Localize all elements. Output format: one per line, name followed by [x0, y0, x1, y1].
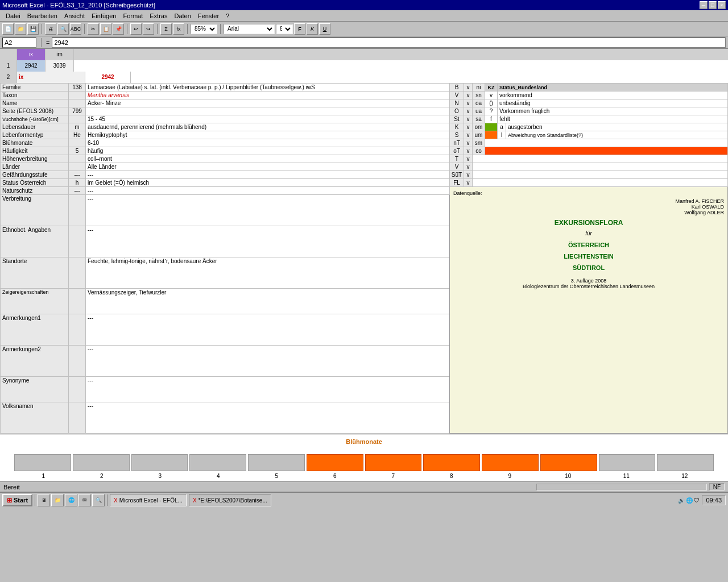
- chart-area: Blühmonate 1 2 3 4 5 6 7 8 9 10: [0, 434, 728, 481]
- bar-9: [482, 454, 539, 471]
- axis-12: 12: [656, 473, 714, 479]
- code-oT: oT: [450, 147, 464, 155]
- label-vuchs: Vuchshöhe (-Größe)[cm]: [1, 115, 69, 123]
- sum-button[interactable]: Σ: [160, 23, 172, 35]
- menu-datei[interactable]: Datei: [2, 12, 24, 20]
- num-bluhmon: [69, 139, 86, 147]
- val-status: im Gebiet (=Ö) heimisch: [86, 179, 450, 187]
- taskbar: ⊞ Start 🖥 📁 🌐 ✉ 🔍 X Microsoft Excel - EF…: [0, 492, 728, 508]
- status-bar: Bereit NF: [0, 481, 728, 492]
- sm-K: om: [473, 123, 485, 131]
- italic-button[interactable]: K: [307, 23, 318, 35]
- menu-einfuegen[interactable]: Einfügen: [88, 12, 119, 20]
- v-N: v: [464, 99, 473, 107]
- cut-button[interactable]: ✂: [88, 23, 99, 35]
- menu-bearbeiten[interactable]: Bearbeiten: [24, 12, 61, 20]
- nf-badge: NF: [709, 483, 725, 490]
- val-volk: ---: [86, 402, 450, 434]
- copy-button[interactable]: 📋: [100, 23, 111, 35]
- bar-7: [365, 454, 422, 471]
- bold-button[interactable]: F: [294, 23, 305, 35]
- desc-O: Vorkommen fraglich: [498, 107, 728, 115]
- fx-button[interactable]: fx: [173, 23, 184, 35]
- v-FL: v: [464, 179, 473, 187]
- spell-button[interactable]: ABC: [70, 23, 81, 35]
- taskbar-excel-2[interactable]: X *E:\EFOLS2007\Botanise...: [189, 494, 271, 506]
- table-row: Länder Alle Länder V v: [1, 163, 728, 171]
- open-button[interactable]: 📁: [15, 23, 26, 35]
- label-gefahr: Gefährdungsstufe: [1, 171, 69, 179]
- font-size-dropdown[interactable]: 8: [276, 24, 293, 34]
- zoom-dropdown[interactable]: 85%: [191, 24, 217, 34]
- toolbar: 📄 📁 💾 🖨 🔍 ABC ✂ 📋 📌 ↩ ↪ Σ fx 85% Arial 8…: [0, 22, 728, 36]
- taskbar-icon-4[interactable]: ✉: [78, 494, 91, 506]
- ix-value[interactable]: 2942: [85, 72, 131, 83]
- v-T: v: [464, 155, 473, 163]
- code-nT: nT: [450, 139, 464, 147]
- taskbar-icon-1[interactable]: 🖥: [38, 494, 50, 506]
- menu-help[interactable]: ?: [222, 12, 233, 20]
- taskbar-icon-5[interactable]: 🔍: [92, 494, 105, 506]
- num-name: [69, 99, 86, 107]
- tray-icons: 🔊 🌐 🛡: [678, 497, 700, 504]
- code-S: S: [450, 131, 464, 139]
- code-St: St: [450, 115, 464, 123]
- code-K: K: [450, 123, 464, 131]
- save-button[interactable]: 💾: [27, 23, 39, 35]
- taskbar-sep-1: [35, 494, 35, 506]
- sm-N: oa: [473, 99, 485, 107]
- print-button[interactable]: 🖨: [45, 23, 56, 35]
- sm-B: ni: [473, 84, 485, 92]
- status-text: Bereit: [3, 484, 20, 490]
- num-gefahr: ---: [69, 171, 86, 179]
- val-hohen: coll–mont: [86, 155, 450, 163]
- label-syn: Synonyme: [1, 377, 69, 402]
- v-B: v: [464, 84, 473, 92]
- tray-icon-3: 🛡: [694, 497, 700, 504]
- menu-daten[interactable]: Daten: [171, 12, 194, 20]
- val-lander: Alle Länder: [86, 163, 450, 171]
- menu-format[interactable]: Format: [119, 12, 146, 20]
- taskbar-icon-2[interactable]: 📁: [51, 494, 64, 506]
- start-button[interactable]: ⊞ Start: [2, 494, 32, 506]
- label-hohen: Höhenverbreitung: [1, 155, 69, 163]
- menu-extras[interactable]: Extras: [146, 12, 171, 20]
- axis-9: 9: [481, 473, 539, 479]
- formula-input[interactable]: 2942: [52, 38, 726, 48]
- redo-button[interactable]: ↪: [143, 23, 154, 35]
- taskbar-icon-3[interactable]: 🌐: [65, 494, 77, 506]
- formula-bar: A2 = 2942: [0, 36, 728, 49]
- menu-fenster[interactable]: Fenster: [195, 12, 222, 20]
- undo-button[interactable]: ↩: [130, 23, 142, 35]
- ix-value-cell[interactable]: 2942: [17, 60, 46, 72]
- close-button[interactable]: ×: [718, 1, 726, 9]
- table-row: Lebenformentyp He Hemikryptophyt S v um …: [1, 131, 728, 139]
- window-controls[interactable]: ─ □ ×: [700, 1, 726, 9]
- color-K: [485, 123, 498, 131]
- menu-ansicht[interactable]: Ansicht: [61, 12, 88, 20]
- cell-reference[interactable]: A2: [2, 38, 36, 48]
- desc-T: [473, 155, 728, 163]
- taskbar-system-icons: 🖥 📁 🌐 ✉ 🔍: [38, 494, 105, 506]
- code-SuT: SüT: [450, 171, 464, 179]
- progress-area: [536, 484, 707, 490]
- underline-button[interactable]: U: [319, 23, 330, 35]
- preview-button[interactable]: 🔍: [57, 23, 69, 35]
- minimize-button[interactable]: ─: [700, 1, 708, 9]
- book-subtitle: für: [453, 230, 724, 236]
- maximize-button[interactable]: □: [709, 1, 717, 9]
- label-zeiger: Zeigereigenschaften: [1, 289, 69, 314]
- taskbar-excel-1[interactable]: X Microsoft Excel - EFÖL...: [110, 494, 187, 506]
- chart-axis: 1 2 3 4 5 6 7 8 9 10 11 12: [6, 473, 722, 479]
- paste-button[interactable]: 📌: [113, 23, 124, 35]
- new-button[interactable]: 📄: [2, 23, 14, 35]
- v-S: v: [464, 131, 473, 139]
- font-dropdown[interactable]: Arial: [224, 24, 275, 34]
- toolbar-separator-3: [127, 24, 127, 34]
- im-value-cell[interactable]: 3039: [46, 60, 74, 72]
- val-anm1: ---: [86, 314, 450, 346]
- val-lebenform: Hemikryptophyt: [86, 131, 450, 139]
- label-familie: Familie: [1, 84, 69, 92]
- num-stand: [69, 257, 86, 289]
- num-ethno: [69, 226, 86, 257]
